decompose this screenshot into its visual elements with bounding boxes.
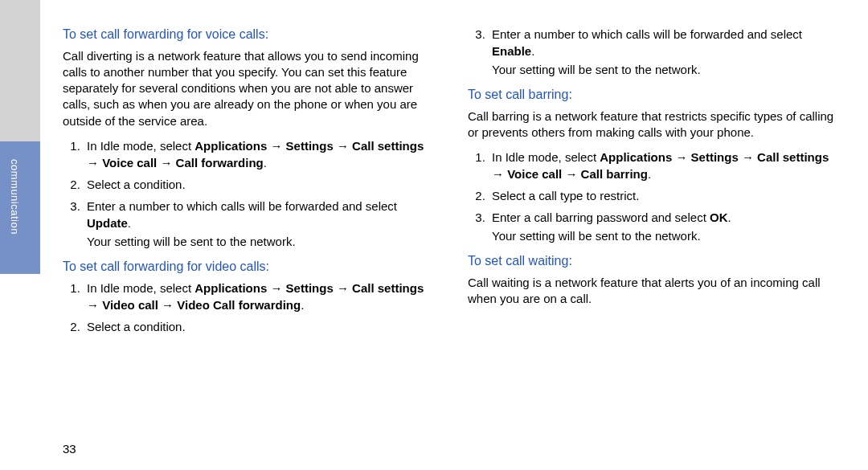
step-text: Select a condition. bbox=[87, 320, 186, 333]
para-voice-forwarding-desc: Call diverting is a network feature that… bbox=[63, 48, 432, 129]
para-call-waiting-desc: Call waiting is a network feature that a… bbox=[468, 275, 837, 308]
step-text: In Idle mode, select bbox=[492, 150, 600, 164]
list-item: Select a condition. bbox=[84, 318, 432, 335]
step-text: Select a condition. bbox=[87, 178, 186, 191]
left-column: To set call forwarding for voice calls: … bbox=[63, 26, 432, 452]
list-item: Select a call type to restrict. bbox=[489, 187, 837, 204]
steps-voice-forwarding: In Idle mode, select Applications → Sett… bbox=[63, 137, 432, 250]
step-note: Your setting will be sent to the network… bbox=[87, 233, 432, 250]
step-text: Enter a call barring password and select bbox=[492, 210, 710, 224]
step-text: . bbox=[531, 44, 534, 58]
page-number: 33 bbox=[63, 442, 76, 456]
list-item: Enter a number to which calls will be fo… bbox=[489, 26, 837, 78]
action-label: OK bbox=[710, 210, 728, 224]
list-item: Enter a call barring password and select… bbox=[489, 209, 837, 244]
list-item: In Idle mode, select Applications → Sett… bbox=[489, 149, 837, 182]
heading-call-waiting: To set call waiting: bbox=[468, 252, 837, 270]
step-note: Your setting will be sent to the network… bbox=[492, 227, 837, 244]
step-text: . bbox=[264, 156, 267, 170]
step-text: Select a call type to restrict. bbox=[492, 189, 639, 202]
step-text: Enter a number to which calls will be fo… bbox=[87, 199, 397, 213]
steps-call-barring: In Idle mode, select Applications → Sett… bbox=[468, 149, 837, 244]
action-label: Update bbox=[87, 216, 128, 230]
right-column: Enter a number to which calls will be fo… bbox=[468, 26, 837, 452]
heading-voice-forwarding: To set call forwarding for voice calls: bbox=[63, 26, 432, 43]
step-text: . bbox=[301, 298, 304, 312]
step-text: . bbox=[648, 167, 651, 181]
side-bar-top-segment bbox=[0, 0, 40, 141]
step-text: Enter a number to which calls will be fo… bbox=[492, 27, 802, 41]
steps-continued: Enter a number to which calls will be fo… bbox=[468, 26, 837, 78]
steps-video-forwarding: In Idle mode, select Applications → Sett… bbox=[63, 280, 432, 335]
page-content: To set call forwarding for voice calls: … bbox=[63, 26, 850, 452]
side-bar: communication bbox=[0, 0, 40, 470]
para-call-barring-desc: Call barring is a network feature that r… bbox=[468, 108, 837, 141]
section-label: communication bbox=[9, 159, 21, 255]
step-text: In Idle mode, select bbox=[87, 139, 194, 153]
heading-call-barring: To set call barring: bbox=[468, 86, 837, 104]
step-text: . bbox=[727, 210, 731, 224]
heading-video-forwarding: To set call forwarding for video calls: bbox=[63, 258, 432, 276]
action-label: Enable bbox=[492, 44, 531, 58]
list-item: In Idle mode, select Applications → Sett… bbox=[84, 280, 432, 313]
step-text: In Idle mode, select bbox=[87, 281, 194, 295]
list-item: In Idle mode, select Applications → Sett… bbox=[84, 137, 432, 171]
list-item: Select a condition. bbox=[84, 176, 432, 193]
step-text: . bbox=[128, 216, 131, 230]
step-note: Your setting will be sent to the network… bbox=[492, 61, 837, 78]
list-item: Enter a number to which calls will be fo… bbox=[84, 198, 432, 250]
